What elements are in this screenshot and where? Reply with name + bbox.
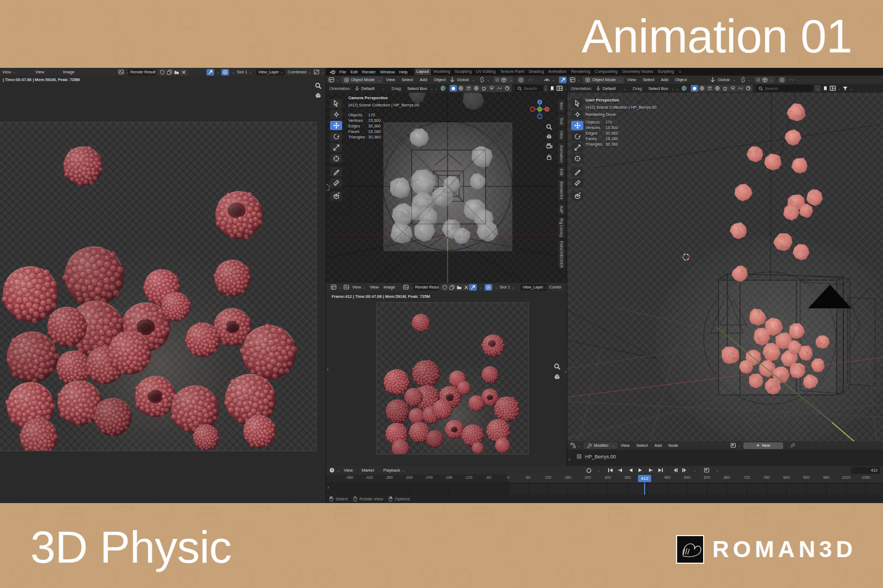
render-view-toggle[interactable]: ⌄	[469, 283, 482, 291]
viewport-menu-object[interactable]: Object	[430, 77, 449, 82]
filter-button[interactable]: ⌄	[842, 85, 853, 92]
shading-layers[interactable]	[488, 85, 496, 92]
shading-teacup[interactable]	[481, 85, 488, 92]
node-datablock-icon[interactable]: ⌄	[730, 442, 741, 448]
image-editor-menu-view-dd[interactable]: View⌄	[352, 283, 365, 291]
jump-to-start-button[interactable]	[608, 468, 614, 473]
mode-select[interactable]: Object Mode⌄	[583, 77, 624, 83]
editor-type-button[interactable]: ⌄	[570, 442, 581, 448]
node-mode-select[interactable]: Modifier⌄	[584, 442, 618, 449]
transform-tool[interactable]	[330, 154, 342, 163]
workspace-tab-geometry-nodes[interactable]: Geometry Nodes	[620, 68, 656, 75]
shading-curve[interactable]	[496, 85, 503, 92]
image-pin-toggle[interactable]: ⌄	[221, 68, 235, 76]
shading-solid-active[interactable]	[691, 85, 698, 92]
shading-people[interactable]	[465, 85, 472, 92]
orientation-value-dd[interactable]: Default	[595, 85, 616, 91]
image-editor-menu-image[interactable]: Image	[384, 283, 395, 291]
region-expand-arrow[interactable]: ›	[327, 484, 329, 490]
current-frame-field[interactable]: 412	[851, 467, 880, 474]
play-button[interactable]	[637, 468, 643, 473]
image-editor2-body[interactable]: Frame:412 | Time:00:47.66 | Mem:591M, Pe…	[326, 291, 567, 466]
tweak-tool[interactable]	[571, 99, 583, 108]
pivot-dd[interactable]: ⌄	[674, 87, 679, 90]
image-datablock-name[interactable]: Render Result	[413, 284, 439, 291]
layout-button[interactable]: ⌄	[556, 85, 567, 92]
node-menu-node[interactable]: Node	[665, 443, 682, 448]
shading-world[interactable]	[714, 85, 721, 92]
zoom-tool-icon[interactable]	[554, 363, 561, 370]
search-field[interactable]: Search	[756, 85, 813, 92]
shading-curve[interactable]	[737, 85, 744, 92]
workspace-tab-rendering[interactable]: Rendering	[569, 68, 593, 75]
add-cube-tool[interactable]	[330, 191, 342, 201]
proportional-falloff[interactable]: ⌄	[528, 77, 538, 83]
sidebar-tab-edit[interactable]: Edit	[557, 166, 565, 178]
drag-value-dd[interactable]: Select Box⌄	[648, 86, 674, 91]
sidebar-tab-animation[interactable]: Animation	[557, 142, 565, 165]
rotate-tool[interactable]	[330, 132, 342, 141]
measure-tool[interactable]	[330, 178, 342, 188]
unlink-button[interactable]	[181, 70, 187, 75]
shading-globe[interactable]	[699, 85, 706, 92]
sidebar-tab-item[interactable]: Item	[557, 99, 565, 113]
viewport-menu-view[interactable]: View	[383, 77, 398, 82]
annotate-tool[interactable]	[330, 167, 342, 177]
image-datablock-name[interactable]: Render Result	[128, 69, 156, 76]
shading-layers[interactable]	[730, 85, 737, 92]
timeline-tracks[interactable]: ›	[326, 483, 883, 495]
viewport-menu-view[interactable]: View	[624, 77, 640, 82]
slot-select[interactable]: Slot 1⌄	[237, 68, 252, 76]
zoom-tool-icon[interactable]	[315, 82, 322, 89]
workspace-tab-modeling[interactable]: Modeling	[431, 68, 452, 75]
viewport-menu-object[interactable]: Object	[672, 77, 690, 82]
workspace-tab-layout[interactable]: Layout	[414, 68, 432, 75]
node-menu-select[interactable]: Select	[633, 443, 651, 448]
lock-nav-icon[interactable]	[546, 154, 552, 161]
workspace-tab-uv-editing[interactable]: UV Editing	[474, 68, 498, 75]
image-editor-menu-view[interactable]: View	[370, 283, 379, 291]
playback-sync-dd[interactable]: ⌄	[691, 468, 696, 472]
node-menu-add[interactable]: Add	[651, 443, 665, 448]
sidebar-tab-view[interactable]: View	[557, 129, 565, 142]
workspace-tab-compositing[interactable]: Compositing	[592, 68, 620, 75]
bookmark-button[interactable]	[822, 85, 828, 92]
sidebar-tab-rig-library[interactable]: Rig Library	[557, 217, 565, 239]
collapse-dd[interactable]: ⌄	[544, 85, 547, 92]
snap-toggle-dd[interactable]: ⌄	[740, 77, 751, 83]
timeline-ruler[interactable]: -480-420-360-300-240-180-120-60060120180…	[326, 474, 883, 483]
workspace-tab-shading[interactable]: Shading	[526, 68, 546, 75]
proportional-falloff[interactable]: ⌄	[789, 77, 799, 83]
workspace-tab-texture-paint[interactable]: Texture Paint	[498, 68, 526, 75]
image-editor-menu-view-dd[interactable]: View⌄	[2, 68, 15, 76]
next-keyframe-button[interactable]	[647, 468, 653, 473]
shading-material[interactable]	[745, 85, 752, 92]
viewport-menu-select[interactable]: Select	[640, 77, 658, 82]
bookmark-button[interactable]	[549, 85, 555, 92]
topbar-menu-file[interactable]: File	[337, 70, 348, 74]
image-editor-menu-view[interactable]: View	[35, 68, 44, 76]
transform-tool[interactable]	[571, 154, 583, 163]
unlink-button[interactable]	[464, 285, 469, 290]
render-view-toggle[interactable]: ⌄	[206, 68, 220, 76]
node-editor-body[interactable]: ›HP_Berrys.00	[567, 450, 883, 466]
material-preview-ball[interactable]	[440, 85, 446, 92]
topbar-menu-render[interactable]: Render	[360, 70, 378, 74]
shading-material[interactable]	[504, 85, 511, 92]
topbar-menu-window[interactable]: Window	[378, 70, 397, 74]
keying-set-button[interactable]	[700, 467, 712, 474]
sidebar-tab-tool[interactable]: Tool	[557, 114, 565, 127]
display-channels-button[interactable]: ⌄	[313, 68, 324, 76]
search-field[interactable]: Search	[515, 85, 542, 92]
proportional-edit-toggle[interactable]	[778, 77, 786, 83]
image-pin-toggle[interactable]: ⌄	[485, 283, 498, 291]
node-menu-view[interactable]: View	[618, 443, 633, 448]
new-node-group-button[interactable]: +New	[743, 442, 783, 449]
pan-tool-icon[interactable]	[315, 91, 322, 98]
slot-select[interactable]: Slot 1⌄	[499, 283, 514, 291]
editor-type-button[interactable]: ⌄	[328, 77, 339, 83]
add-workspace-button[interactable]: +	[676, 69, 684, 75]
image-datablock-icon-button[interactable]: ⌄	[118, 68, 129, 76]
sidebar-tab-ranchecker[interactable]: RANCHECKER	[557, 240, 565, 269]
image-datablock-icon-button[interactable]: ⌄	[403, 283, 413, 291]
